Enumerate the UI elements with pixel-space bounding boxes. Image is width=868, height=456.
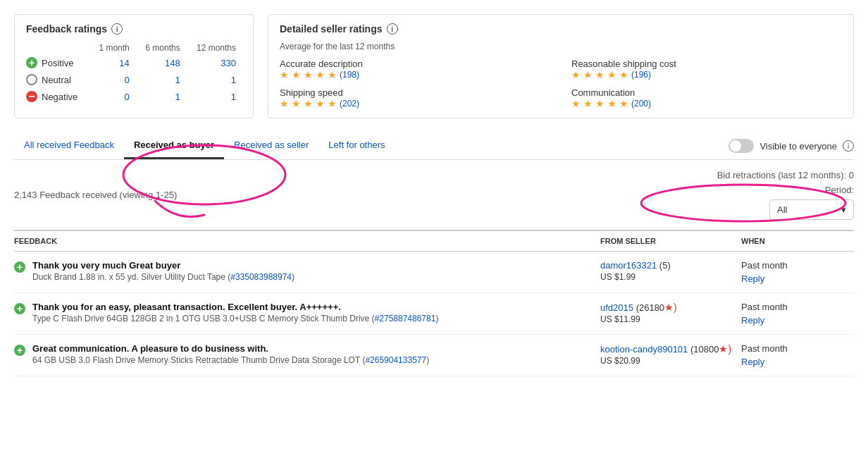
bid-period-wrapper: Bid retractions (last 12 months): 0 Peri… [717,170,854,220]
feedback-sub-2: Type C Flash Drive 64GB 128GB 2 in 1 OTG… [32,314,438,323]
reply-button-2[interactable]: Reply [741,315,764,326]
visible-toggle[interactable] [728,139,754,153]
power-seller-star-2: ★) [664,302,677,313]
positive-icon: + [26,57,37,68]
feedback-ratings-label: Feedback ratings [26,23,107,35]
feedback-content-1: + Thank you very much Great buyer Duck B… [14,260,600,282]
feedback-row-2: + Thank you for an easy, pleasant transa… [14,293,854,335]
negative-6months[interactable]: 1 [175,92,180,102]
period-value: All [777,204,787,215]
feedback-content-3: + Great communication. A pleasure to do … [14,343,600,365]
feedback-ratings-box: Feedback ratings i 1 month 6 months 12 m… [14,14,254,118]
positive-6months[interactable]: 148 [165,58,180,68]
seller-rating-3: (10800 [690,344,719,355]
accurate-description-count[interactable]: (198) [340,70,359,80]
neutral-12months[interactable]: 1 [231,75,236,85]
seller-link-2[interactable]: ufd2015 [600,302,633,313]
reply-button-3[interactable]: Reply [741,357,764,367]
shipping-speed-row: Shipping speed ★ ★ ★ ★ ★ (202) [280,87,550,109]
col-6months: 6 months [135,42,186,54]
shipping-cost-label: Reasonable shipping cost [571,58,676,69]
feedback-content-2: + Thank you for an easy, pleasant transa… [14,302,600,323]
communication-stars: ★ ★ ★ ★ ★ (200) [571,98,842,109]
header-from-seller: FROM SELLER [600,237,741,245]
tab-received-seller[interactable]: Received as seller [224,133,318,159]
neutral-6months[interactable]: 1 [175,75,180,85]
negative-label: Negative [42,92,78,102]
feedback-ratings-info-icon[interactable]: i [111,23,123,35]
period-select[interactable]: All ▾ [769,199,854,220]
positive-row: + Positive 14 148 330 [26,54,242,71]
star5: ★ [328,69,337,80]
feedback-link-3[interactable]: #265904133577 [365,355,426,365]
feedback-link-1[interactable]: #335083988974 [230,272,292,282]
feedback-icon-wrap-1: + [14,260,25,273]
reply-button-1[interactable]: Reply [741,273,764,284]
col-1month: 1 month [89,42,135,54]
communication-label: Communication [571,87,635,98]
shipping-cost-stars: ★ ★ ★ ★ ★ (196) [571,69,842,80]
negative-12months[interactable]: 1 [231,92,236,102]
when-date-2: Past month [741,302,854,312]
seller-ratings-grid: Accurate description ★ ★ ★ ★ ★ (198) Rea… [280,58,842,109]
positive-feedback-icon-2: + [14,303,25,314]
from-seller-2: ufd2015 (26180★) US $11.99 [600,302,741,324]
neutral-label: Neutral [42,75,71,85]
accurate-description-row: Accurate description ★ ★ ★ ★ ★ (198) [280,58,550,80]
positive-label: Positive [42,58,74,68]
seller-name-3: kootion-candy890101 (10800★) [600,343,734,355]
when-3: Past month Reply [741,343,854,367]
detailed-ratings-info-icon[interactable]: i [387,23,398,35]
ratings-table: 1 month 6 months 12 months + Positive [26,42,242,105]
communication-count[interactable]: (200) [631,99,651,109]
seller-link-3[interactable]: kootion-candy890101 [600,344,688,355]
tabs-right: Visible to everyone i [728,139,854,153]
star4: ★ [316,69,325,80]
feedback-row: + Thank you very much Great buyer Duck B… [14,252,854,293]
star3: ★ [304,69,313,80]
negative-row: − Negative 0 1 1 [26,88,242,105]
seller-price-1: US $1.99 [600,272,734,282]
seller-name-2: ufd2015 (26180★) [600,302,734,313]
avg-label: Average for the last 12 months [280,42,842,51]
feedback-ratings-title: Feedback ratings i [26,23,242,35]
when-1: Past month Reply [741,260,854,284]
from-seller-1: damor163321 (5) US $1.99 [600,260,741,282]
power-seller-star-3: ★) [719,343,731,355]
seller-link-1[interactable]: damor163321 [600,260,657,271]
tab-all-received[interactable]: All received Feedback [14,133,124,159]
shipping-speed-count[interactable]: (202) [340,99,359,109]
star1: ★ [280,69,289,80]
visible-info-icon[interactable]: i [843,140,854,152]
seller-rating-1: (5) [659,260,671,271]
communication-row: Communication ★ ★ ★ ★ ★ (200) [571,87,842,109]
positive-feedback-icon-1: + [14,261,25,273]
negative-icon: − [26,91,37,102]
star2: ★ [292,69,301,80]
accurate-description-label: Accurate description [280,58,363,69]
sub-row: 2,143 Feedback received (viewing 1-25) B… [14,167,854,220]
feedback-row-3: + Great communication. A pleasure to do … [14,335,854,376]
feedback-main-3: Great communication. A pleasure to do bu… [32,343,429,354]
neutral-icon [26,74,37,85]
shipping-speed-stars: ★ ★ ★ ★ ★ (202) [280,98,550,109]
chevron-down-icon: ▾ [841,204,846,215]
seller-rating-2: (26180 [636,302,664,313]
col-12months: 12 months [186,42,242,54]
positive-1month[interactable]: 14 [119,58,129,68]
negative-1month[interactable]: 0 [125,92,130,102]
feedback-main-1: Thank you very much Great buyer [32,260,294,271]
positive-12months[interactable]: 330 [221,58,236,68]
tab-left-for-others[interactable]: Left for others [318,133,395,159]
feedback-link-2[interactable]: #275887486781 [375,314,436,323]
tab-received-buyer[interactable]: Received as buyer [124,133,224,159]
toggle-knob [730,140,741,152]
shipping-cost-count[interactable]: (196) [631,70,651,80]
seller-price-2: US $11.99 [600,314,734,324]
shipping-cost-row: Reasonable shipping cost ★ ★ ★ ★ ★ (196) [571,58,842,80]
when-2: Past month Reply [741,302,854,326]
visible-label: Visible to everyone [760,141,837,152]
header-feedback: FEEDBACK [14,237,600,245]
neutral-1month[interactable]: 0 [125,75,130,85]
page-wrapper: Feedback ratings i 1 month 6 months 12 m… [14,14,854,376]
